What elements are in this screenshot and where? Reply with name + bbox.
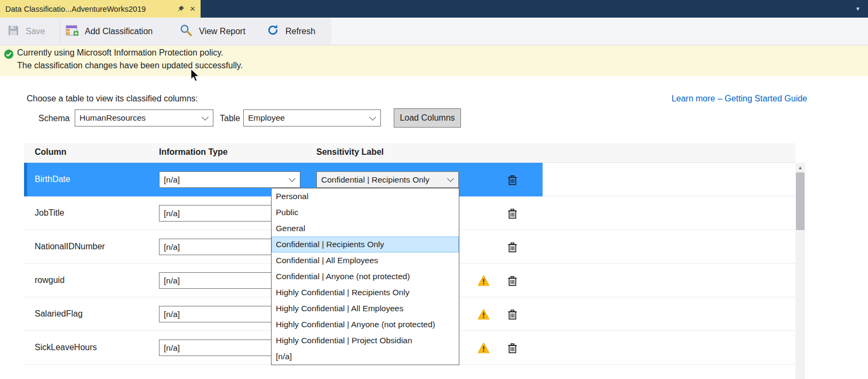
column-name: JobTitle: [35, 196, 64, 230]
information-type-dropdown[interactable]: [n/a]: [159, 171, 300, 188]
column-name: rowguid: [35, 264, 65, 297]
information-type-value: [n/a]: [164, 310, 180, 319]
warning-icon: [477, 309, 490, 320]
table-dropdown-value: Employee: [248, 113, 285, 123]
column-name: BirthDate: [35, 163, 70, 196]
grid-header-row: Column Information Type Sensitivity Labe…: [24, 143, 795, 163]
refresh-button[interactable]: Refresh: [267, 18, 315, 45]
refresh-icon: [267, 24, 279, 38]
magnifier-icon: [179, 23, 193, 39]
dropdown-option[interactable]: Highly Confidential | Recipients Only: [272, 285, 459, 301]
delete-classification-button[interactable]: [506, 241, 519, 254]
add-classification-icon: [65, 24, 78, 39]
information-type-value: [n/a]: [164, 276, 180, 286]
policy-info-bar: Currently using Microsoft Information Pr…: [0, 45, 868, 76]
dropdown-option[interactable]: [n/a]: [272, 349, 459, 365]
column-name: NationalIDNumber: [35, 230, 105, 263]
information-type-value: [n/a]: [164, 175, 180, 185]
sensitivity-label-dropdown[interactable]: Confidential | Recipients Only: [316, 171, 459, 188]
column-name: SalariedFlag: [35, 297, 83, 330]
table-label: Table: [220, 114, 240, 123]
document-tab-strip: Data Classificatio...AdventureWorks2019 …: [0, 0, 868, 18]
header-information-type: Information Type: [159, 147, 228, 157]
save-icon: [7, 25, 19, 38]
information-type-value: [n/a]: [164, 242, 180, 252]
header-column: Column: [35, 147, 67, 157]
sensitivity-label-value: Confidential | Recipients Only: [321, 175, 429, 185]
tab-data-classification[interactable]: Data Classificatio...AdventureWorks2019 …: [0, 0, 201, 18]
delete-classification-button[interactable]: [506, 207, 519, 220]
mouse-cursor: [190, 68, 200, 84]
header-sensitivity-label: Sensitivity Label: [316, 147, 384, 157]
delete-classification-button[interactable]: [506, 173, 519, 186]
choose-table-label: Choose a table to view its classified co…: [27, 94, 198, 104]
view-report-button[interactable]: View Report: [179, 18, 245, 45]
delete-classification-button[interactable]: [506, 274, 519, 287]
chevron-down-icon: [202, 114, 209, 121]
refresh-label: Refresh: [285, 27, 315, 36]
schema-dropdown[interactable]: HumanResources: [75, 109, 213, 127]
close-icon[interactable]: ×: [190, 4, 195, 13]
dropdown-option[interactable]: General: [272, 220, 459, 236]
chevron-down-icon: [369, 114, 376, 121]
information-type-value: [n/a]: [164, 209, 180, 218]
data-classification-window: Data Classificatio...AdventureWorks2019 …: [0, 0, 868, 379]
success-check-icon: [4, 49, 14, 59]
tab-list-caret-icon[interactable]: ▼: [855, 6, 861, 12]
information-type-value: [n/a]: [164, 343, 180, 353]
info-message-line1: Currently using Microsoft Information Pr…: [17, 48, 224, 58]
chevron-down-icon: [289, 175, 296, 182]
add-classification-label: Add Classification: [85, 27, 153, 36]
toolbar: Save Add Classification View Report Refr…: [0, 18, 868, 45]
toolbar-empty-area: [331, 18, 868, 45]
load-columns-button[interactable]: Load Columns: [394, 108, 461, 128]
schema-dropdown-value: HumanResources: [79, 113, 146, 123]
column-name: SickLeaveHours: [35, 331, 97, 364]
scrollbar-thumb[interactable]: [796, 172, 805, 230]
scrollbar-up-arrow-icon[interactable]: ▲: [795, 163, 805, 172]
sensitivity-dropdown-popup: Personal Public General Confidential | R…: [271, 188, 459, 365]
dropdown-option[interactable]: Personal: [272, 188, 459, 204]
table-dropdown[interactable]: Employee: [243, 109, 381, 127]
dropdown-option[interactable]: Highly Confidential | All Employees: [272, 301, 459, 317]
dropdown-option[interactable]: Confidential | Anyone (not protected): [272, 269, 459, 285]
dropdown-option[interactable]: Highly Confidential | Anyone (not protec…: [272, 317, 459, 333]
dropdown-option[interactable]: Confidential | All Employees: [272, 252, 459, 269]
tab-title: Data Classificatio...AdventureWorks2019: [5, 5, 174, 13]
delete-classification-button[interactable]: [506, 308, 519, 321]
dropdown-option[interactable]: Public: [272, 204, 459, 220]
delete-classification-button[interactable]: [506, 342, 519, 354]
add-classification-button[interactable]: Add Classification: [65, 18, 153, 45]
warning-icon: [477, 342, 490, 353]
dropdown-option-selected[interactable]: Confidential | Recipients Only: [272, 236, 459, 252]
chevron-down-icon: [447, 175, 454, 182]
learn-more-link[interactable]: Learn more – Getting Started Guide: [672, 94, 807, 104]
row-selection-accent: [24, 163, 27, 196]
save-button[interactable]: Save: [7, 18, 45, 45]
warning-icon: [477, 275, 490, 286]
view-report-label: View Report: [199, 27, 245, 36]
save-label: Save: [26, 27, 45, 36]
pin-icon[interactable]: [178, 5, 185, 12]
schema-label: Schema: [38, 114, 70, 123]
vertical-scrollbar[interactable]: ▲: [795, 163, 805, 379]
dropdown-option[interactable]: Highly Confidential | Project Obsidian: [272, 333, 459, 349]
info-message-line2: The classification changes have been upd…: [17, 61, 243, 70]
toolbar-separator: [60, 21, 60, 42]
